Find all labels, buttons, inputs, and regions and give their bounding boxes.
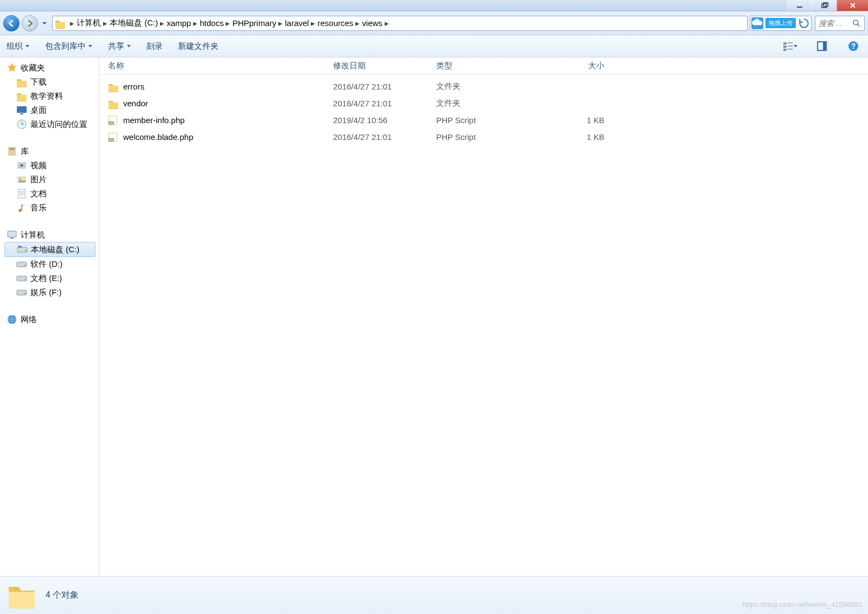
- sidebar-item-drive-f[interactable]: 娱乐 (F:): [4, 285, 99, 299]
- navigation-sidebar: 收藏夹 下载 教学资料 桌面 最近访问的位置 库 视频 图片 文档 音乐 计算机…: [0, 57, 99, 576]
- sidebar-item-videos[interactable]: 视频: [4, 158, 99, 172]
- toolbar-organize-label: 组织: [7, 41, 23, 52]
- file-name: member-info.php: [123, 116, 184, 125]
- sidebar-item-teaching[interactable]: 教学资料: [4, 89, 99, 103]
- status-bar: 4 个对象: [0, 576, 868, 614]
- music-icon: [16, 202, 27, 213]
- chevron-right-icon: ▸: [160, 18, 164, 28]
- file-row[interactable]: welcome.blade.php2016/4/27 21:01PHP Scri…: [108, 129, 868, 145]
- toolbar-burn-label: 刻录: [146, 41, 163, 52]
- breadcrumb-item[interactable]: PHPprimary: [232, 18, 276, 28]
- sidebar-item-recent[interactable]: 最近访问的位置: [4, 117, 99, 131]
- column-header-size[interactable]: 大小: [539, 61, 615, 71]
- video-icon: [16, 160, 27, 171]
- breadcrumb-item[interactable]: htdocs: [200, 18, 224, 28]
- toolbar-include[interactable]: 包含到库中: [45, 41, 93, 52]
- folder-icon: [16, 76, 27, 87]
- breadcrumb-item[interactable]: xampp: [167, 18, 191, 28]
- file-row[interactable]: errors2016/4/27 21:01文件夹: [108, 78, 868, 95]
- chevron-right-icon: ▸: [103, 18, 107, 28]
- view-options-button[interactable]: [782, 39, 799, 54]
- file-type: PHP Script: [436, 116, 539, 125]
- library-icon: [7, 146, 17, 157]
- breadcrumb-item[interactable]: laravel: [285, 18, 309, 28]
- breadcrumb-item[interactable]: 本地磁盘 (C:): [110, 18, 158, 28]
- window-maximize-button[interactable]: [812, 0, 837, 11]
- star-icon: [7, 62, 17, 73]
- file-name: vendor: [123, 99, 148, 108]
- network-icon: [7, 314, 17, 325]
- search-icon[interactable]: [852, 19, 861, 28]
- drive-icon: [16, 273, 27, 284]
- file-date: 2019/4/2 10:56: [333, 116, 436, 125]
- file-name: welcome.blade.php: [123, 132, 193, 142]
- toolbar-new-folder[interactable]: 新建文件夹: [178, 41, 219, 52]
- computer-icon: [7, 229, 17, 240]
- window-minimize-button[interactable]: [787, 0, 812, 11]
- sidebar-item-desktop[interactable]: 桌面: [4, 103, 99, 117]
- sidebar-item-label: 最近访问的位置: [30, 119, 87, 130]
- image-icon: [16, 174, 27, 185]
- breadcrumb-item[interactable]: views: [362, 18, 382, 28]
- chevron-right-icon: ▸: [385, 18, 389, 28]
- file-size: 1 KB: [539, 132, 615, 142]
- sidebar-item-downloads[interactable]: 下载: [4, 75, 99, 89]
- search-box[interactable]: [815, 16, 865, 31]
- file-row[interactable]: member-info.php2019/4/2 10:56PHP Script1…: [108, 112, 868, 129]
- column-headers: 名称 修改日期 类型 大小: [99, 57, 868, 75]
- toolbar-share[interactable]: 共享: [108, 41, 131, 52]
- sidebar-item-drive-d[interactable]: 软件 (D:): [4, 257, 99, 271]
- sidebar-item-documents[interactable]: 文档: [4, 187, 99, 201]
- sidebar-libraries-header[interactable]: 库: [4, 144, 99, 158]
- sidebar-favorites-label: 收藏夹: [21, 63, 45, 73]
- sidebar-item-drive-c[interactable]: 本地磁盘 (C:): [4, 242, 95, 257]
- svg-rect-37: [822, 4, 826, 8]
- sidebar-item-label: 软件 (D:): [30, 259, 62, 270]
- search-input[interactable]: [819, 19, 852, 28]
- sidebar-item-label: 视频: [30, 161, 47, 171]
- folder-icon: [55, 18, 66, 29]
- chevron-right-icon: ▸: [226, 18, 230, 28]
- chevron-right-icon: ▸: [70, 18, 74, 28]
- breadcrumb-item[interactable]: 计算机: [76, 18, 101, 28]
- drive-icon: [16, 287, 27, 298]
- refresh-icon[interactable]: [798, 17, 810, 29]
- folder-icon: [108, 81, 119, 92]
- column-header-date[interactable]: 修改日期: [333, 61, 436, 71]
- help-button[interactable]: [845, 39, 861, 54]
- drive-icon: [16, 259, 27, 270]
- sidebar-computer-header[interactable]: 计算机: [4, 228, 99, 242]
- sidebar-item-pictures[interactable]: 图片: [4, 172, 99, 187]
- sidebar-item-music[interactable]: 音乐: [4, 201, 99, 215]
- php-file-icon: [108, 132, 119, 143]
- nav-forward-button[interactable]: [22, 15, 38, 31]
- sidebar-item-label: 教学资料: [30, 91, 63, 101]
- toolbar-organize[interactable]: 组织: [7, 41, 30, 52]
- sidebar-item-label: 桌面: [30, 105, 47, 116]
- preview-pane-button[interactable]: [814, 39, 830, 54]
- document-icon: [16, 188, 27, 199]
- sidebar-item-drive-e[interactable]: 文档 (E:): [4, 271, 99, 285]
- toolbar-burn[interactable]: 刻录: [146, 41, 163, 52]
- nav-history-dropdown[interactable]: [40, 15, 49, 31]
- column-header-type[interactable]: 类型: [436, 61, 539, 71]
- window-close-button[interactable]: [837, 0, 868, 11]
- folder-icon: [7, 580, 37, 611]
- status-text: 4 个对象: [46, 590, 79, 601]
- sidebar-favorites-header[interactable]: 收藏夹: [4, 61, 99, 75]
- toolbar-newfolder-label: 新建文件夹: [178, 41, 219, 52]
- php-file-icon: [108, 115, 119, 126]
- breadcrumb-item[interactable]: resources: [317, 18, 353, 28]
- folder-icon: [16, 91, 27, 101]
- address-bar[interactable]: ▸ 计算机 ▸ 本地磁盘 (C:) ▸ xampp ▸ htdocs ▸ PHP…: [52, 16, 748, 31]
- sidebar-network-header[interactable]: 网络: [4, 312, 99, 327]
- nav-back-button[interactable]: [3, 15, 20, 31]
- sidebar-item-label: 音乐: [30, 203, 47, 213]
- upload-hint-label: 拖拽上传: [765, 18, 796, 28]
- file-row[interactable]: vendor2016/4/27 21:01文件夹: [108, 95, 868, 112]
- column-header-name[interactable]: 名称: [108, 61, 333, 71]
- upload-indicator[interactable]: 拖拽上传: [750, 16, 812, 31]
- svg-point-40: [853, 20, 858, 25]
- file-list-pane: 名称 修改日期 类型 大小 errors2016/4/27 21:01文件夹ve…: [99, 57, 868, 576]
- recent-icon: [16, 119, 27, 130]
